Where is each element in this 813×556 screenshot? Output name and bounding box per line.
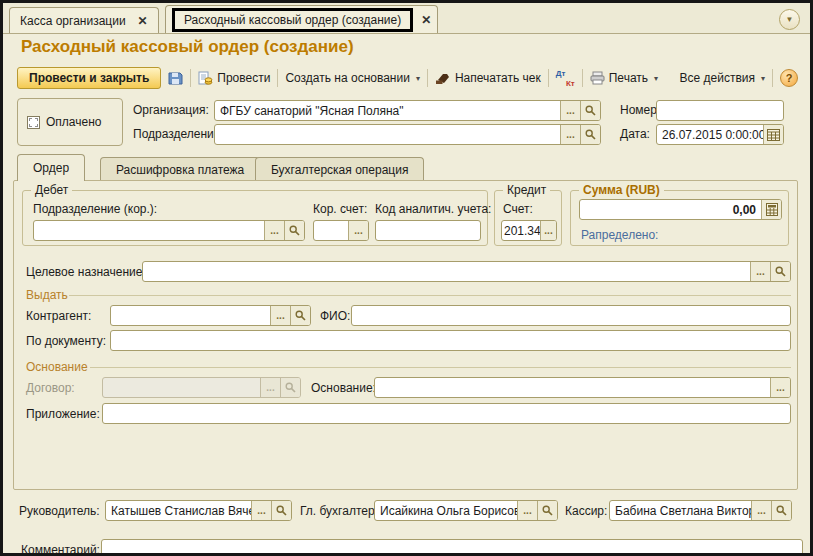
org-field[interactable]: ФГБУ санаторий "Ясная Поляна" ... xyxy=(214,100,601,121)
tab-label: Касса организации xyxy=(20,14,126,28)
ellipsis-button[interactable]: ... xyxy=(270,306,290,325)
search-icon xyxy=(280,378,300,397)
calendar-icon[interactable] xyxy=(763,125,783,144)
close-icon[interactable]: ✕ xyxy=(421,13,431,27)
appendix-label: Приложение: xyxy=(26,407,100,421)
credit-account-field[interactable]: 201.34 ... xyxy=(501,220,557,241)
cashier-label: Кассир: xyxy=(565,504,607,518)
corr-account-field[interactable]: ... xyxy=(313,220,369,241)
purpose-field[interactable]: ... xyxy=(142,261,791,282)
save-icon xyxy=(168,71,183,86)
basis-label: Основание: xyxy=(311,381,376,395)
basis-section-label: Основание xyxy=(26,360,88,374)
print-check-button[interactable]: Напечатать чек xyxy=(435,71,541,85)
paid-group: Оплачено xyxy=(17,98,123,146)
toolbar-separator xyxy=(772,69,773,87)
comment-field[interactable] xyxy=(101,539,803,556)
org-label: Организация: xyxy=(133,103,209,117)
fio-label: ФИО: xyxy=(320,309,350,323)
toolbar-separator xyxy=(548,69,549,87)
all-actions-button[interactable]: Все действия ▾ xyxy=(680,71,765,85)
by-document-field[interactable] xyxy=(110,330,791,351)
calculator-icon[interactable] xyxy=(761,200,781,219)
ellipsis-button[interactable]: ... xyxy=(750,262,770,281)
save-button[interactable] xyxy=(168,71,183,86)
tab-label: Расходный кассовый ордер (создание) xyxy=(184,13,401,27)
print-button[interactable]: Печать ▾ xyxy=(590,71,658,85)
help-button[interactable]: ? xyxy=(780,69,798,87)
contract-field: ... xyxy=(102,377,301,398)
search-icon[interactable] xyxy=(580,101,600,120)
manager-field[interactable]: Катышев Станислав Вячеслав ... xyxy=(105,500,292,521)
chevron-down-icon: ▾ xyxy=(416,74,420,83)
search-icon[interactable] xyxy=(770,262,790,281)
tab-list-button[interactable]: ▼ xyxy=(779,9,800,30)
search-icon[interactable] xyxy=(284,221,304,240)
ellipsis-button[interactable]: ... xyxy=(560,125,580,144)
ellipsis-button[interactable]: ... xyxy=(751,501,771,520)
debit-group: Дебет Подразделение (кор.): Кор. счет: К… xyxy=(22,190,488,246)
fio-field[interactable] xyxy=(351,305,791,326)
by-document-label: По документу: xyxy=(26,334,106,348)
basis-field[interactable]: ... xyxy=(374,377,791,398)
analytic-code-field[interactable] xyxy=(375,220,481,241)
appendix-field[interactable] xyxy=(102,403,791,424)
dept-label: Подразделение: xyxy=(133,127,224,141)
tab-payment-details[interactable]: Расшифровка платежа xyxy=(100,157,260,181)
corr-account-label: Кор. счет: xyxy=(313,202,367,216)
paid-checkbox[interactable] xyxy=(27,116,40,129)
chief-accountant-label: Гл. бухгалтер: xyxy=(300,504,378,518)
ellipsis-button[interactable]: ... xyxy=(251,501,271,520)
ellipsis-button[interactable]: ... xyxy=(517,501,537,520)
search-icon[interactable] xyxy=(537,501,557,520)
tab-kassa-organizatsii[interactable]: Касса организации ✕ xyxy=(9,7,159,33)
post-document-icon xyxy=(198,71,213,86)
search-icon[interactable] xyxy=(580,125,600,144)
order-tab-panel: Дебет Подразделение (кор.): Кор. счет: К… xyxy=(13,180,798,490)
cash-register-icon xyxy=(435,72,451,85)
paid-label: Оплачено xyxy=(46,115,101,129)
chief-accountant-field[interactable]: Исайкина Ольга Борисовна ... xyxy=(374,500,558,521)
ellipsis-button[interactable]: ... xyxy=(770,378,790,397)
toolbar-separator xyxy=(427,69,428,87)
sum-group-label: Сумма (RUB) xyxy=(579,183,664,197)
manager-label: Руководитель: xyxy=(19,504,100,518)
debit-dept-label: Подразделение (кор.): xyxy=(33,202,157,216)
debit-group-label: Дебет xyxy=(31,183,72,197)
search-icon[interactable] xyxy=(290,306,310,325)
analytic-code-label: Код аналитич. учета: xyxy=(375,202,491,216)
distributed-label: Рапределено: xyxy=(581,228,658,242)
debit-dept-field[interactable]: ... xyxy=(33,220,305,241)
chevron-down-icon: ▼ xyxy=(786,15,794,24)
sum-field[interactable]: 0,00 xyxy=(579,199,782,220)
close-icon[interactable]: ✕ xyxy=(138,14,148,28)
date-field[interactable]: 26.07.2015 0:00:00 xyxy=(656,124,784,145)
app-window: Касса организации ✕ Расходный кассовый о… xyxy=(0,0,813,556)
credit-group: Кредит Счет: 201.34 ... xyxy=(494,190,562,246)
ellipsis-button[interactable]: ... xyxy=(560,101,580,120)
tab-accounting-operation[interactable]: Бухгалтерская операция xyxy=(255,157,424,181)
ellipsis-button[interactable]: ... xyxy=(540,221,556,240)
tab-cash-order-creation[interactable]: Расходный кассовый ордер (создание) ✕ xyxy=(165,5,438,33)
dt-kt-button[interactable]: Дт Кт xyxy=(556,70,575,87)
printer-icon xyxy=(590,71,605,85)
date-label: Дата: xyxy=(620,127,650,141)
create-on-basis-button[interactable]: Создать на основании ▾ xyxy=(285,71,420,85)
tab-order[interactable]: Ордер xyxy=(17,154,85,181)
ellipsis-button[interactable]: ... xyxy=(348,221,368,240)
counterparty-field[interactable]: ... xyxy=(110,305,311,326)
number-field[interactable] xyxy=(656,100,784,121)
toolbar-separator xyxy=(277,69,278,87)
post-and-close-button[interactable]: Провести и закрыть xyxy=(17,67,161,89)
search-icon[interactable] xyxy=(771,501,791,520)
search-icon[interactable] xyxy=(271,501,291,520)
help-icon: ? xyxy=(786,72,793,84)
cashier-field[interactable]: Бабина Светлана Викторовна ... xyxy=(609,500,792,521)
contract-label: Договор: xyxy=(26,381,75,395)
ellipsis-button[interactable]: ... xyxy=(264,221,284,240)
purpose-label: Целевое назначение: xyxy=(26,265,146,279)
issue-section-label: Выдать xyxy=(26,288,68,302)
sum-group: Сумма (RUB) 0,00 Рапределено: xyxy=(570,190,789,246)
post-button[interactable]: Провести xyxy=(198,71,270,86)
dept-field[interactable]: ... xyxy=(214,124,601,145)
